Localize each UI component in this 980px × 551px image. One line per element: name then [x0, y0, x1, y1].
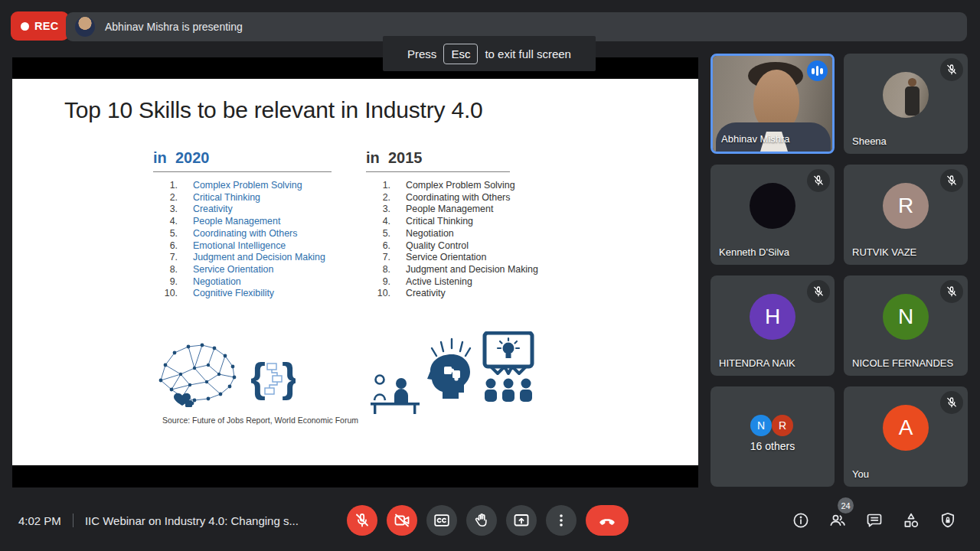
skills-column-2020: in 2020 Complex Problem Solving Critical…: [153, 149, 332, 300]
mic-off-icon: [807, 280, 830, 303]
participant-count-badge: 24: [838, 497, 854, 514]
svg-text:}: }: [282, 356, 296, 400]
slide: Top 10 Skills to be relevant in Industry…: [12, 79, 698, 465]
others-count-label: 16 others: [710, 440, 835, 452]
skill-item: Creativity: [153, 204, 352, 216]
participant-tile-nicole[interactable]: N NICOLE FERNANDES: [844, 276, 968, 376]
participant-name: Sheena: [852, 135, 887, 147]
skill-item: Complex Problem Solving: [366, 180, 565, 192]
google-meet-window: REC Abhinav Mishra is presenting Press E…: [0, 0, 980, 551]
info-icon[interactable]: [792, 511, 810, 530]
skill-item: Cognitive Flexibility: [153, 288, 352, 300]
skill-item: Service Orientation: [366, 252, 565, 264]
speaking-audio-icon: [807, 60, 828, 81]
skill-item: Complex Problem Solving: [153, 180, 352, 192]
brain-network-icon: [155, 341, 248, 412]
host-controls-icon[interactable]: [939, 511, 957, 530]
column-heading-2015: in 2015: [366, 149, 510, 172]
avatar: [883, 72, 929, 118]
braces-flowchart-icon: { }: [251, 356, 296, 405]
thinking-head-icon: [426, 336, 475, 411]
skill-item: Negotiation: [366, 228, 565, 240]
meeting-title: IIC Webinar on Industry 4.0: Changing s.…: [85, 514, 299, 527]
participant-name: Abhinav Mishra: [721, 133, 790, 145]
participant-tile-others[interactable]: N R 16 others: [710, 386, 835, 487]
slide-source-text: Source: Future of Jobs Report, World Eco…: [162, 416, 358, 425]
skill-item: Coordinating with Others: [366, 192, 565, 204]
mic-off-icon: [940, 391, 963, 414]
recording-indicator: REC: [11, 11, 69, 41]
presenting-text: Abhinav Mishra is presenting: [105, 21, 243, 33]
participant-tile-kenneth[interactable]: Kenneth D'Silva: [710, 165, 835, 265]
participant-tile-you[interactable]: A You: [844, 386, 968, 487]
avatar: H: [750, 294, 795, 340]
mic-off-icon: [940, 280, 963, 303]
skill-item: Critical Thinking: [366, 216, 565, 228]
skill-item: Creativity: [366, 288, 565, 300]
skill-item: Quality Control: [366, 240, 565, 253]
clock-time: 4:02 PM: [18, 514, 61, 527]
participant-tile-rutvik[interactable]: R RUTVIK VAZE: [844, 165, 968, 265]
skill-item: Emotional Intelligence: [153, 240, 352, 253]
participant-name: HITENDRA NAIK: [719, 357, 795, 369]
presentation-area: Top 10 Skills to be relevant in Industry…: [12, 57, 698, 487]
raise-hand-button[interactable]: [466, 505, 497, 536]
mic-off-icon: [807, 169, 830, 192]
call-controls: [347, 505, 629, 536]
presenter-avatar: [75, 17, 95, 37]
participant-tile-sheena[interactable]: Sheena: [844, 54, 968, 154]
rec-dot-icon: [21, 22, 29, 31]
presentation-board-icon: [478, 331, 539, 403]
column-heading-2020: in 2020: [153, 149, 332, 172]
mic-off-icon: [940, 169, 963, 192]
camera-off-button[interactable]: [387, 505, 417, 536]
participant-name: Kenneth D'Silva: [719, 246, 789, 258]
chat-icon[interactable]: [865, 511, 884, 530]
esc-key: Esc: [443, 44, 478, 64]
participant-name: NICOLE FERNANDES: [852, 357, 953, 369]
avatar: R: [772, 415, 793, 436]
participant-name: You: [852, 468, 869, 480]
interview-people-icon: [371, 371, 420, 414]
skills-column-2015: in 2015 Complex Problem Solving Coordina…: [366, 149, 510, 300]
mic-off-icon: [940, 58, 963, 81]
participants-icon[interactable]: [828, 511, 847, 530]
skill-item: Service Orientation: [153, 264, 352, 276]
avatar: [750, 183, 795, 229]
captions-button[interactable]: [426, 505, 457, 536]
fullscreen-toast: Press Esc to exit full screen: [383, 36, 596, 71]
skill-item: Critical Thinking: [153, 192, 352, 204]
toast-suffix-text: to exit full screen: [485, 47, 571, 60]
rec-label: REC: [34, 20, 59, 32]
present-button[interactable]: [506, 505, 537, 536]
skill-item: Negotiation: [153, 276, 352, 289]
avatar: R: [883, 183, 929, 229]
skill-item: Judgment and Decision Making: [366, 264, 565, 276]
avatar: N: [750, 415, 772, 436]
activities-icon[interactable]: [902, 511, 920, 530]
toast-press-text: Press: [407, 47, 436, 60]
leave-call-button[interactable]: [586, 505, 629, 536]
slide-title: Top 10 Skills to be relevant in Industry…: [64, 97, 483, 123]
avatar: N: [883, 294, 929, 340]
more-options-button[interactable]: [546, 505, 577, 536]
mic-off-button[interactable]: [347, 505, 377, 536]
skill-item: Active Listening: [366, 276, 565, 289]
stacked-avatars: N R: [750, 415, 795, 436]
divider: [73, 514, 74, 527]
skill-item: Judgment and Decision Making: [153, 252, 352, 264]
participant-tile-abhinav[interactable]: Abhinav Mishra: [710, 54, 835, 154]
skill-item: People Management: [366, 204, 565, 216]
participant-name: RUTVIK VAZE: [852, 246, 916, 258]
meeting-info: 4:02 PM IIC Webinar on Industry 4.0: Cha…: [18, 505, 299, 536]
svg-text:{: {: [251, 356, 266, 400]
skill-item: Coordinating with Others: [153, 228, 352, 240]
skill-item: People Management: [153, 216, 352, 228]
participant-tile-hitendra[interactable]: H HITENDRA NAIK: [710, 276, 835, 376]
avatar: A: [883, 405, 929, 451]
meeting-panel-icons: [792, 511, 957, 530]
